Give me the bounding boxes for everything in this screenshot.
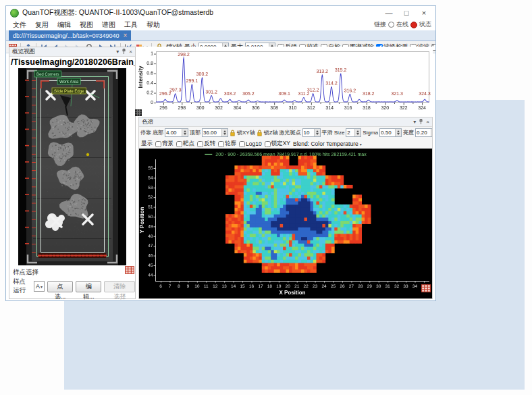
tab-close-icon[interactable]: ×	[124, 32, 128, 39]
online-indicator-icon	[388, 22, 394, 28]
sigma-spinner[interactable]	[379, 128, 402, 137]
state-indicator-icon	[410, 22, 417, 28]
spinner-arrows-icon[interactable]	[395, 129, 401, 136]
minimize-button[interactable]: —	[380, 7, 398, 19]
window-title: QuanTOF视图器: QUANTOF-II-1003\QuanTOF@stma…	[22, 8, 213, 18]
menu-item-reuse[interactable]: 复用	[35, 20, 49, 30]
laser-spot-label: 激光斑点	[280, 129, 301, 136]
colormap-panel: 色谱 ▾ × 停靠 底部 顶部 锁XY轴 锁Z轴 激光斑点 平滑 Siz	[138, 117, 433, 299]
online-status-label: 在线	[396, 20, 408, 29]
menu-item-file[interactable]: 文件	[13, 20, 26, 30]
panel-close-icon[interactable]: ×	[129, 49, 132, 55]
red-grid-icon	[421, 284, 431, 293]
panel-menu-icon[interactable]: ▾	[116, 49, 119, 55]
targets-checkbox[interactable]	[176, 141, 182, 147]
menu-item-view[interactable]: 视图	[80, 20, 93, 30]
menu-item-help[interactable]: 帮助	[147, 20, 160, 30]
pick-points-button[interactable]: 点选...	[47, 281, 73, 292]
brightness-spinner[interactable]	[415, 128, 432, 137]
display-checkbox-log10[interactable]: Log10	[239, 140, 262, 147]
background-checkbox[interactable]	[155, 141, 161, 147]
link-status-label: 链接	[374, 20, 386, 29]
state-status-label: 状态	[419, 20, 431, 29]
lock-z-label[interactable]: 锁Z轴	[264, 129, 278, 136]
toolbar-overflow-icon[interactable]: ▾	[431, 43, 434, 48]
lock-xy-checkbox[interactable]	[265, 141, 271, 147]
pin-icon[interactable]	[122, 49, 126, 55]
colormap-panel-header: 色谱 ▾ ×	[139, 117, 432, 127]
overview-panel-header: 概览视图 ▾ ×	[9, 47, 135, 57]
well-select[interactable]: A▾	[34, 281, 45, 292]
smooth-size-label: 平滑 Size	[322, 129, 345, 136]
sample-run-label: 样点运行	[13, 278, 31, 295]
colormap-controls-row: 停靠 底部 顶部 锁XY轴 锁Z轴 激光斑点 平滑 Size Sigma 亮度 …	[139, 126, 432, 139]
bottom-spinner[interactable]	[165, 128, 188, 137]
outline-checkbox[interactable]	[218, 141, 224, 147]
log10-checkbox[interactable]	[239, 141, 245, 147]
invert-checkbox[interactable]	[197, 141, 203, 147]
menu-item-edit[interactable]: 编辑	[57, 20, 71, 30]
bottom-input[interactable]	[165, 129, 182, 136]
sigma-label: Sigma	[363, 130, 378, 136]
spinner-arrows-icon[interactable]	[431, 129, 432, 136]
spinner-arrows-icon[interactable]	[221, 129, 228, 136]
lock-icon	[230, 130, 236, 136]
panel-menu-icon[interactable]: ▾	[413, 119, 416, 125]
sample-run-row: 样点运行 A▾ 点选... 编辑... 清除选择	[13, 278, 135, 295]
spinner-arrows-icon[interactable]	[314, 129, 320, 136]
mass-spectrum-plot[interactable]	[136, 47, 433, 114]
pin-icon[interactable]	[419, 119, 423, 125]
overview-panel: 概览视图 ▾ × /TissueImaging/20180206Brain_DA…	[9, 47, 136, 299]
lock-xy-label[interactable]: 锁XY轴	[237, 129, 255, 136]
maximize-button[interactable]: □	[398, 7, 415, 19]
tab-bar: db:///TissueImaging/...b/task=0#349040 ×	[6, 30, 435, 41]
top-input[interactable]	[203, 129, 221, 136]
red-grid-icon	[125, 265, 134, 275]
top-label: 顶部	[190, 129, 201, 136]
blend-select[interactable]: Blend: Color Temperature▾	[293, 140, 362, 147]
title-bar: QuanTOF视图器: QUANTOF-II-1003\QuanTOF@stma…	[6, 6, 435, 20]
top-spinner[interactable]	[202, 128, 228, 137]
edit-points-button[interactable]: 编辑...	[76, 281, 101, 292]
menu-item-spectrum[interactable]: 谱图	[102, 20, 115, 30]
app-icon	[10, 9, 19, 18]
tab-tissueimaging[interactable]: db:///TissueImaging/...b/task=0#349040 ×	[9, 30, 131, 41]
spinner-arrows-icon[interactable]	[354, 129, 361, 136]
screen: QuanTOF视图器: QUANTOF-II-1003\QuanTOF@stma…	[0, 0, 532, 395]
display-options-row: 显示 背景 靶点 反转 轮廓 Log10 锁定XY Blend: Color T…	[139, 139, 432, 149]
lock-icon	[257, 130, 263, 136]
sample-grid-button[interactable]	[125, 265, 134, 275]
heatmap-grid-button[interactable]	[421, 284, 431, 293]
tab-label: db:///TissueImaging/...b/task=0#349040	[13, 32, 119, 39]
display-checkbox-outline[interactable]: 轮廓	[218, 140, 236, 148]
display-label: 显示	[141, 140, 153, 148]
bottom-label: 底部	[153, 129, 163, 136]
panel-close-icon[interactable]: ×	[426, 119, 429, 125]
close-button[interactable]: ×	[415, 7, 433, 19]
overview-panel-title: 概览视图	[12, 48, 35, 56]
ion-image-heatmap[interactable]	[139, 149, 432, 298]
sample-select-label: 样点选择	[13, 268, 38, 277]
laser-spot-input[interactable]	[303, 129, 314, 136]
chevron-down-icon: ▾	[360, 142, 362, 147]
display-checkbox-targets[interactable]: 靶点	[176, 140, 194, 148]
display-checkbox-invert[interactable]: 反转	[197, 140, 215, 148]
spinner-arrows-icon[interactable]	[182, 129, 188, 136]
display-checkbox-lock-xy[interactable]: 锁定XY	[265, 140, 290, 148]
slide-scan-image[interactable]	[18, 68, 126, 265]
sigma-input[interactable]	[380, 129, 395, 136]
chevron-down-icon: ▾	[41, 284, 43, 289]
menu-item-tools[interactable]: 工具	[124, 20, 138, 30]
smooth-size-spinner[interactable]	[346, 128, 361, 137]
spectrum-grid-icon[interactable]	[135, 107, 142, 119]
dataset-path-title: /TissueImaging/20180206Brain_DAN	[9, 57, 135, 69]
display-checkbox-background[interactable]: 背景	[155, 140, 174, 148]
dock-label[interactable]: 停靠	[140, 129, 151, 136]
laser-spot-spinner[interactable]	[302, 128, 321, 137]
connection-status: 链接 在线 状态	[374, 20, 431, 29]
app-window: QuanTOF视图器: QUANTOF-II-1003\QuanTOF@stma…	[5, 5, 436, 301]
brightness-input[interactable]	[416, 129, 431, 136]
clear-selection-button[interactable]: 清除选择	[104, 281, 135, 292]
window-controls: — □ ×	[380, 7, 433, 19]
smooth-size-input[interactable]	[346, 129, 354, 136]
